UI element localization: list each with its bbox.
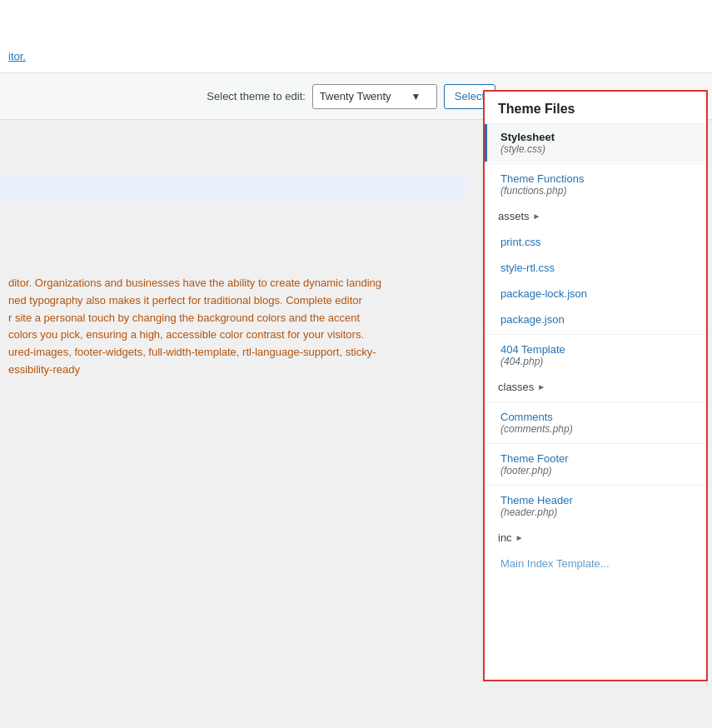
file-item-style-rtl[interactable]: style-rtl.css (485, 255, 706, 281)
folder-arrow-classes: ► (537, 382, 545, 391)
files-list[interactable]: Stylesheet (style.css) Theme Functions (… (485, 124, 706, 680)
file-subname-theme-header: (header.php) (500, 506, 693, 518)
file-item-comments[interactable]: Comments (comments.php) (485, 404, 706, 441)
file-name-theme-functions: Theme Functions (500, 172, 693, 185)
desc-line3: r site a personal touch by changing the … (8, 312, 360, 324)
file-name-package-json: package.json (500, 313, 693, 326)
folder-label-inc: inc (498, 531, 512, 544)
desc-line6: essibility-ready (8, 363, 80, 376)
chevron-down-icon: ▼ (411, 91, 421, 102)
theme-select-dropdown[interactable]: Twenty Twenty ▼ (312, 84, 437, 109)
select-theme-label: Select theme to edit: (207, 90, 306, 102)
file-name-theme-footer: Theme Footer (500, 452, 693, 465)
panel-header: Theme Files (485, 92, 706, 124)
folder-arrow-inc: ► (515, 533, 524, 542)
file-item-theme-functions[interactable]: Theme Functions (functions.php) (485, 166, 706, 203)
file-subname-theme-footer: (footer.php) (500, 465, 693, 476)
file-item-print-css[interactable]: print.css (485, 229, 706, 255)
file-subname-theme-functions: (functions.php) (500, 185, 693, 197)
selected-theme-name: Twenty Twenty (320, 90, 391, 102)
editor-link[interactable]: itor. (8, 50, 26, 62)
file-item-package-lock[interactable]: package-lock.json (485, 281, 706, 307)
file-name-404-template: 404 Template (500, 343, 693, 356)
divider4 (485, 443, 706, 444)
file-name-stylesheet: Stylesheet (500, 131, 693, 143)
file-subname-404-template: (404.php) (500, 356, 693, 367)
description-text: ditor. Organizations and businesses have… (8, 275, 458, 379)
divider2 (485, 334, 706, 335)
desc-line2: ned typography also makes it perfect for… (8, 294, 362, 307)
folder-item-assets[interactable]: assets ► (485, 203, 706, 229)
file-subname-stylesheet: (style.css) (500, 143, 693, 155)
file-name-style-rtl: style-rtl.css (500, 262, 693, 274)
divider3 (485, 401, 706, 402)
divider (485, 163, 706, 164)
desc-line4: colors you pick, ensuring a high, access… (8, 328, 364, 341)
file-item-404-template[interactable]: 404 Template (404.php) (485, 337, 706, 374)
file-name-package-lock: package-lock.json (500, 287, 693, 300)
file-item-stylesheet[interactable]: Stylesheet (style.css) (485, 124, 706, 162)
desc-line5: ured-images, footer-widgets, full-width-… (8, 346, 376, 358)
file-item-theme-header[interactable]: Theme Header (header.php) (485, 487, 706, 525)
folder-item-inc[interactable]: inc ► (485, 525, 706, 551)
folder-label-classes: classes (498, 381, 534, 393)
file-item-package-json[interactable]: package.json (485, 307, 706, 332)
desc-line1: ditor. Organizations and businesses have… (8, 277, 381, 289)
file-item-theme-footer[interactable]: Theme Footer (footer.php) (485, 446, 706, 483)
blue-highlight-bar (0, 177, 466, 200)
file-name-theme-header: Theme Header (500, 494, 693, 506)
panel-title: Theme Files (498, 102, 575, 116)
divider5 (485, 485, 706, 486)
top-bar: itor. (0, 0, 712, 73)
folder-label-assets: assets (498, 210, 530, 222)
file-subname-comments: (comments.php) (500, 423, 693, 435)
file-item-main-template[interactable]: Main Index Template... (485, 551, 706, 576)
file-name-main-template: Main Index Template... (500, 557, 693, 570)
folder-item-classes[interactable]: classes ► (485, 374, 706, 400)
theme-files-panel: Theme Files Stylesheet (style.css) Theme… (483, 90, 708, 681)
folder-arrow-assets: ► (533, 212, 541, 221)
file-name-print-css: print.css (500, 236, 693, 248)
file-name-comments: Comments (500, 411, 693, 423)
